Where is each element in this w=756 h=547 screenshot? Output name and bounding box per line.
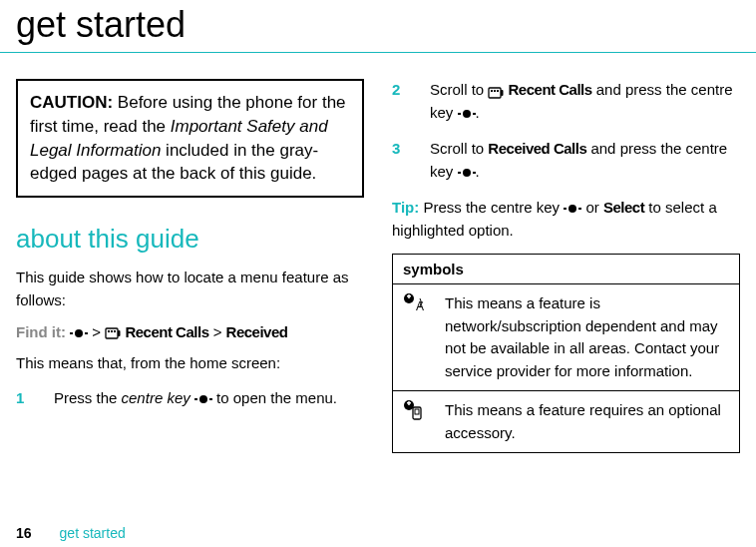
step-2-c: .	[476, 104, 480, 121]
svg-rect-6	[491, 90, 493, 92]
step-3: 3 Scroll to Received Calls and press the…	[392, 138, 740, 183]
right-column: 2 Scroll to Recent Calls and press the c…	[392, 79, 740, 453]
svg-rect-1	[108, 330, 110, 332]
find-received: Received	[226, 323, 288, 340]
step-1-b: to open the menu.	[212, 389, 337, 406]
caution-label: CAUTION:	[30, 93, 113, 112]
gt-2: >	[213, 323, 222, 340]
svg-rect-0	[106, 328, 118, 338]
step-2: 2 Scroll to Recent Calls and press the c…	[392, 79, 740, 124]
tip-a: Press the centre key	[419, 199, 564, 216]
step-1-italic: centre key	[122, 389, 190, 406]
step-3-c: .	[476, 163, 480, 180]
symbols-row1-text: This means a feature is network/subscrip…	[435, 284, 740, 391]
svg-rect-7	[494, 90, 496, 92]
centre-key-icon	[458, 109, 476, 119]
gt-1: >	[92, 323, 101, 340]
means-text: This means that, from the home screen:	[16, 352, 364, 375]
accessory-icon	[403, 399, 425, 421]
svg-rect-17	[408, 401, 410, 405]
network-icon-cell: A	[393, 284, 436, 391]
left-column: CAUTION: Before using the phone for the …	[16, 79, 364, 453]
svg-rect-9	[501, 90, 504, 96]
about-intro: This guide shows how to locate a menu fe…	[16, 267, 364, 311]
step-1: 1 Press the centre key to open the menu.	[16, 387, 364, 410]
centre-key-icon	[458, 168, 476, 178]
caution-box: CAUTION: Before using the phone for the …	[16, 79, 364, 198]
centre-key-icon	[194, 394, 212, 404]
step-3-received: Received Calls	[488, 140, 586, 157]
svg-rect-4	[118, 330, 121, 336]
step-3-num: 3	[392, 138, 430, 161]
tip-line: Tip: Press the centre key or Select to s…	[392, 197, 740, 242]
step-1-num: 1	[16, 387, 54, 410]
accessory-icon-cell	[393, 391, 436, 453]
recent-calls-icon	[105, 326, 121, 340]
find-it-line: Find it: > Recent Calls > Received	[16, 323, 364, 340]
svg-rect-12	[408, 294, 410, 298]
centre-key-icon	[70, 328, 88, 338]
step-2-recent: Recent Calls	[509, 81, 592, 98]
step-2-num: 2	[392, 79, 430, 102]
page-title: get started	[0, 0, 756, 53]
svg-rect-3	[114, 330, 116, 332]
symbols-header: symbols	[393, 255, 740, 284]
tip-select: Select	[603, 199, 644, 216]
svg-point-14	[422, 301, 423, 302]
network-dependent-icon: A	[403, 292, 425, 314]
tip-label: Tip:	[392, 199, 419, 216]
about-heading: about this guide	[16, 224, 364, 255]
step-1-a: Press the	[54, 389, 122, 406]
page-footer: 16get started	[16, 525, 126, 541]
svg-rect-5	[489, 88, 501, 98]
tip-b: or	[581, 199, 603, 216]
find-it-label: Find it:	[16, 323, 66, 340]
symbols-row2-text: This means a feature requires an optiona…	[435, 391, 740, 453]
symbols-table: symbols A This means a feature is networ…	[392, 254, 740, 453]
svg-rect-19	[415, 409, 419, 414]
step-2-a: Scroll to	[430, 81, 488, 98]
footer-section: get started	[60, 525, 126, 541]
recent-calls-icon	[488, 84, 504, 98]
page-number: 16	[16, 525, 32, 541]
svg-rect-2	[111, 330, 113, 332]
find-recent: Recent Calls	[125, 323, 208, 340]
svg-rect-8	[497, 90, 499, 92]
step-3-a: Scroll to	[430, 140, 488, 157]
centre-key-icon	[564, 204, 581, 214]
